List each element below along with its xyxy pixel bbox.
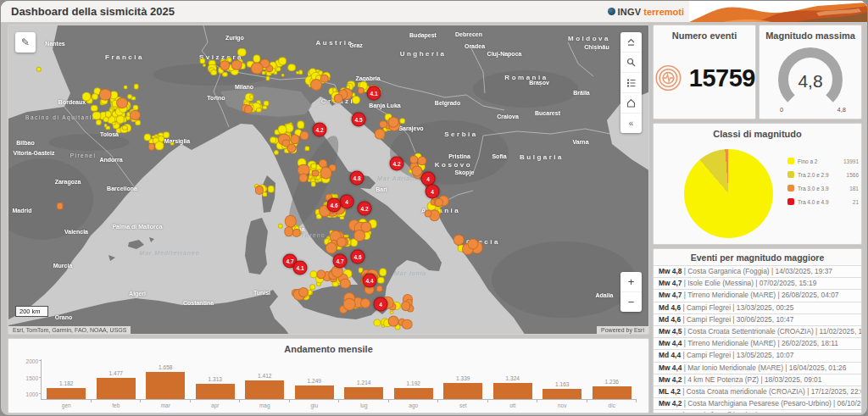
draw-tool-button[interactable]: ✎ <box>15 32 36 53</box>
event-list-item[interactable]: Mw 4,7 | Tirreno Meridionale (MARE) | 26… <box>654 289 861 301</box>
quake-marker-labeled[interactable]: 4.1 <box>367 86 381 101</box>
quake-marker[interactable] <box>81 92 91 102</box>
quake-marker[interactable] <box>281 73 285 77</box>
quake-marker[interactable] <box>278 58 287 66</box>
quake-marker[interactable] <box>96 119 101 125</box>
quake-marker[interactable] <box>249 95 254 100</box>
event-list-item[interactable]: Mw 4,4 | Mar Ionio Meridionale (MARE) | … <box>654 362 861 374</box>
event-list-item[interactable]: Md 4,4 | Campi Flegrei | 13/05/2025, 10:… <box>654 349 861 361</box>
event-list-item[interactable]: Mw 4,5 | Costa Croata Settentrionale (CR… <box>654 325 861 337</box>
quake-marker[interactable] <box>210 69 217 76</box>
quake-marker[interactable] <box>127 94 132 99</box>
collapse-toolbar-button[interactable]: « <box>620 114 642 133</box>
quake-marker[interactable] <box>401 301 411 311</box>
seismicity-map[interactable]: FranciaSvizzeraAustriaUngheriaRomaniaMol… <box>8 25 649 335</box>
basemap-button[interactable] <box>620 93 642 114</box>
quake-marker[interactable] <box>292 229 301 237</box>
quake-marker-labeled[interactable]: 4 <box>374 297 388 312</box>
quake-marker[interactable] <box>399 118 406 125</box>
quake-marker[interactable] <box>56 202 64 210</box>
event-list-item[interactable]: ML 4,1 | Croatia [Land] | 25/02/2025, 11… <box>654 409 861 413</box>
quake-marker[interactable] <box>99 88 112 101</box>
quake-marker[interactable] <box>374 319 381 327</box>
quake-marker[interactable] <box>267 186 275 193</box>
quake-marker[interactable] <box>244 105 253 114</box>
event-list-item[interactable]: Mw 4,7 | Isole Eolie (Messina) | 07/02/2… <box>654 277 861 289</box>
quake-marker[interactable] <box>424 209 431 217</box>
event-list-item[interactable]: Mw 4,4 | Tirreno Meridionale (MARE) | 26… <box>654 337 861 349</box>
quake-marker[interactable] <box>298 69 303 75</box>
quake-marker[interactable] <box>377 276 385 284</box>
monthly-bar[interactable] <box>97 378 136 399</box>
monthly-bar[interactable] <box>542 389 581 399</box>
quake-marker[interactable] <box>92 111 102 120</box>
quake-marker[interactable] <box>298 173 308 182</box>
quake-marker[interactable] <box>278 223 283 228</box>
quake-marker[interactable] <box>203 64 206 67</box>
quake-marker-labeled[interactable]: 4.2 <box>390 157 404 171</box>
quake-marker[interactable] <box>417 156 426 165</box>
quake-marker[interactable] <box>270 136 277 143</box>
quake-marker[interactable] <box>134 84 140 90</box>
monthly-bar[interactable] <box>493 383 532 399</box>
quake-marker[interactable] <box>388 117 399 128</box>
monthly-bar[interactable] <box>295 385 334 399</box>
quake-marker[interactable] <box>262 105 267 110</box>
quake-marker[interactable] <box>299 131 309 141</box>
default-extent-button[interactable] <box>620 32 642 53</box>
quake-marker[interactable] <box>116 115 125 124</box>
quake-marker[interactable] <box>311 163 317 169</box>
quake-marker[interactable] <box>263 192 267 197</box>
quake-marker[interactable] <box>379 268 387 276</box>
quake-marker[interactable] <box>326 241 337 253</box>
quake-marker[interactable] <box>320 167 332 180</box>
map-search-button[interactable] <box>620 53 642 73</box>
monthly-bar[interactable] <box>47 388 86 399</box>
quake-marker-labeled[interactable]: 4.8 <box>350 171 364 186</box>
quake-marker-labeled[interactable]: 4.5 <box>352 113 366 127</box>
quake-marker[interactable] <box>435 198 443 207</box>
monthly-bar[interactable] <box>344 387 383 399</box>
quake-marker[interactable] <box>374 129 385 140</box>
quake-marker[interactable] <box>116 97 128 109</box>
quake-marker[interactable] <box>220 61 231 71</box>
quake-marker[interactable] <box>360 298 370 308</box>
quake-marker[interactable] <box>251 62 264 75</box>
quake-marker[interactable] <box>340 279 350 289</box>
quake-marker-labeled[interactable]: 4.7 <box>333 254 348 269</box>
quake-marker[interactable] <box>266 76 270 80</box>
monthly-bar[interactable] <box>245 380 284 399</box>
quake-marker[interactable] <box>390 310 394 314</box>
quake-marker[interactable] <box>358 87 364 94</box>
quake-marker[interactable] <box>305 147 309 151</box>
quake-marker[interactable] <box>410 156 419 164</box>
quake-marker[interactable] <box>402 319 413 330</box>
monthly-bar[interactable] <box>196 384 235 399</box>
quake-marker-labeled[interactable]: 4.4 <box>363 274 377 288</box>
quake-marker[interactable] <box>468 238 479 249</box>
quake-marker[interactable] <box>287 64 296 72</box>
quake-marker[interactable] <box>334 94 343 103</box>
zoom-out-button[interactable]: − <box>620 292 642 312</box>
quake-marker[interactable] <box>163 132 170 139</box>
quake-marker[interactable] <box>148 143 155 150</box>
quake-marker[interactable] <box>376 286 384 293</box>
quake-marker-labeled[interactable]: 4.1 <box>293 261 308 275</box>
quake-marker[interactable] <box>297 120 305 129</box>
event-list-item[interactable]: Md 4,6 | Campi Flegrei | 30/06/2025, 10:… <box>654 313 861 325</box>
quake-marker[interactable] <box>199 58 205 64</box>
event-list-item[interactable]: Md 4,6 | Campi Flegrei | 13/03/2025, 00:… <box>654 302 861 313</box>
quake-marker[interactable] <box>453 235 465 246</box>
quake-marker[interactable] <box>352 96 360 104</box>
quake-marker[interactable] <box>106 125 110 130</box>
quake-marker[interactable] <box>310 181 316 187</box>
quake-marker[interactable] <box>170 141 175 146</box>
quake-marker-labeled[interactable]: 4.2 <box>358 202 372 216</box>
monthly-bar[interactable] <box>394 388 433 399</box>
monthly-bar[interactable] <box>146 372 185 399</box>
quake-marker[interactable] <box>256 107 261 112</box>
event-list-item[interactable]: ML 4,2 | Costa Croata meridionale (CROAZ… <box>654 385 861 397</box>
quake-marker[interactable] <box>311 169 319 177</box>
quake-marker-labeled[interactable]: 4.2 <box>313 123 327 137</box>
map-legend-button[interactable] <box>620 73 642 93</box>
